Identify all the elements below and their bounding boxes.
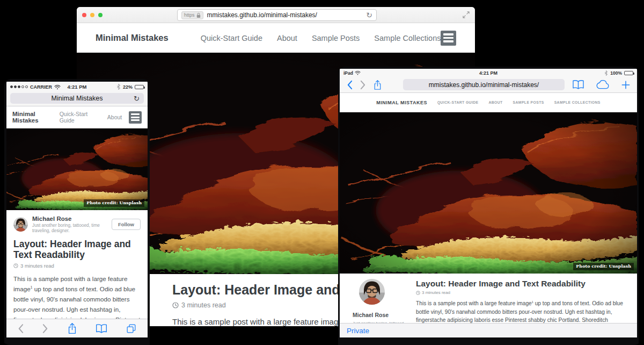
nav-link-about[interactable]: ABOUT	[488, 100, 502, 104]
author-info: Michael Rose Just another boring, tattoo…	[32, 215, 112, 233]
https-badge: https	[181, 11, 203, 19]
bluetooth-icon	[116, 84, 121, 90]
author-sidebar: Michael Rose Just another boring, tattoo…	[353, 279, 408, 323]
page-title: Layout: Header Image and Text Readabilit…	[13, 239, 141, 261]
clock-icon	[172, 302, 179, 308]
desktop-address-bar[interactable]: https mmistakes.github.io/minimal-mistak…	[177, 9, 377, 21]
nav-link-about[interactable]: About	[107, 114, 122, 120]
reload-icon[interactable]: ↻	[366, 11, 372, 19]
forward-button[interactable]	[360, 80, 366, 90]
ipad-address-field[interactable]: mmistakes.github.io/minimal-mistakes/	[403, 79, 565, 90]
read-time-text: 3 minutes read	[20, 263, 54, 269]
paragraph-text: This is a sample post with a large featu…	[416, 300, 532, 306]
icloud-tabs-button[interactable]	[596, 80, 610, 89]
iphone-address-field[interactable]: Minimal Mistakes ↻	[10, 93, 144, 104]
author-bio: Just another boring, tattooed, time trav…	[32, 222, 112, 233]
safari-bottom-toolbar	[6, 319, 148, 337]
nav-link-quick-start[interactable]: QUICK-START GUIDE	[437, 100, 479, 104]
clock-icon	[416, 291, 420, 295]
ipad-status-bar: iPad 4:21 PM 100%	[340, 69, 637, 77]
private-browsing-bar: Private	[340, 323, 637, 337]
avatar	[359, 297, 385, 306]
paragraph-text: up top and tons of text. Odio ad blue bo…	[13, 285, 140, 319]
site-nav-links: Quick-Start Guide About	[60, 111, 122, 124]
https-label: https	[184, 12, 195, 18]
desktop-browser-titlebar: https mmistakes.github.io/minimal-mistak…	[77, 7, 475, 23]
author-name: Michael Rose	[32, 215, 112, 222]
address-title: Minimal Mistakes	[52, 95, 103, 102]
read-time-text: 3 minutes read	[181, 301, 226, 309]
iphone-site-nav: Minimal Mistakes Quick-Start Guide About	[6, 106, 148, 128]
feature-image: Photo credit: Unsplash	[340, 112, 637, 274]
nav-link-quick-start[interactable]: Quick-Start Guide	[60, 111, 99, 124]
battery-icon	[135, 85, 144, 89]
toolbar-right-cluster	[572, 80, 630, 90]
clock-icon	[13, 263, 18, 268]
nav-link-about[interactable]: About	[277, 34, 297, 42]
battery-percent: 100%	[610, 70, 622, 76]
site-nav-links: Quick-Start Guide About Sample Posts Sam…	[201, 34, 441, 42]
zoom-window-button[interactable]	[98, 13, 103, 17]
leaves-photo	[340, 112, 637, 274]
minimize-window-button[interactable]	[90, 13, 94, 17]
page-title: Layout: Header Image and Text Readabilit…	[416, 279, 624, 289]
photo-credit-badge: Photo credit: Unsplash	[84, 199, 144, 207]
nav-link-sample-posts[interactable]: SAMPLE POSTS	[513, 100, 544, 104]
follow-button[interactable]: Follow	[112, 219, 141, 230]
forward-button[interactable]	[42, 324, 48, 334]
site-brand[interactable]: MINIMAL MISTAKES	[376, 100, 427, 105]
ipad-device: iPad 4:21 PM 100% mmistakes.github.io/mi…	[338, 67, 639, 345]
author-photo	[359, 297, 385, 305]
nav-link-sample-collections[interactable]: SAMPLE COLLECTIONS	[554, 100, 601, 104]
photo-credit-badge: Photo credit: Unsplash	[573, 263, 634, 270]
ipad-article: Michael Rose Just another boring, tattoo…	[340, 274, 637, 323]
iphone-device: CARRIER 4:21 PM 22% Minimal Mistakes ↻ M…	[4, 79, 150, 345]
url-text: mmistakes.github.io/minimal-mistakes/	[207, 11, 363, 19]
close-window-button[interactable]	[82, 13, 86, 17]
site-brand[interactable]: Minimal Mistakes	[96, 33, 169, 43]
bluetooth-icon	[604, 70, 608, 76]
site-brand[interactable]: Minimal Mistakes	[12, 111, 60, 124]
nav-link-quick-start[interactable]: Quick-Start Guide	[201, 34, 262, 42]
menu-hamburger-button[interactable]	[441, 31, 456, 46]
feature-image: Photo credit: Unsplash	[6, 128, 148, 210]
share-button[interactable]	[374, 80, 382, 90]
status-time: 4:21 PM	[340, 70, 637, 76]
composition-canvas: https mmistakes.github.io/minimal-mistak…	[0, 0, 644, 345]
ipad-site-nav: MINIMAL MISTAKES QUICK-START GUIDE ABOUT…	[340, 93, 637, 112]
battery-percent: 22%	[123, 84, 133, 90]
status-right-cluster: 100%	[604, 70, 633, 76]
iphone-status-bar: CARRIER 4:21 PM 22%	[6, 82, 148, 92]
menu-hamburger-button[interactable]	[129, 111, 142, 124]
fullscreen-icon[interactable]	[463, 11, 470, 18]
share-button[interactable]	[68, 322, 77, 334]
nav-link-sample-collections[interactable]: Sample Collections	[374, 34, 441, 42]
reload-icon[interactable]: ↻	[134, 95, 140, 102]
iphone-screen: CARRIER 4:21 PM 22% Minimal Mistakes ↻ M…	[6, 82, 148, 337]
battery-icon	[624, 71, 633, 75]
bookmarks-button[interactable]	[96, 324, 107, 334]
author-row: Michael Rose Just another boring, tattoo…	[13, 215, 141, 233]
tabs-button[interactable]	[126, 324, 136, 334]
avatar	[13, 217, 28, 232]
desktop-site-nav: Minimal Mistakes Quick-Start Guide About…	[77, 23, 475, 53]
read-time-meta: 3 minutes read	[416, 290, 624, 295]
article-paragraph: This is a sample post with a large featu…	[416, 299, 624, 323]
new-tab-button[interactable]	[621, 81, 630, 89]
lock-icon	[196, 12, 201, 18]
leaves-photo	[6, 128, 148, 210]
bookmarks-button[interactable]	[572, 80, 584, 90]
back-button[interactable]	[18, 324, 24, 334]
status-right-cluster: 22%	[116, 84, 144, 90]
private-button[interactable]: Private	[347, 327, 369, 335]
article-column: Layout: Header Image and Text Readabilit…	[408, 279, 624, 323]
author-name: Michael Rose	[353, 312, 408, 318]
back-button[interactable]	[347, 80, 353, 90]
nav-link-sample-posts[interactable]: Sample Posts	[312, 34, 360, 42]
iphone-url-bar: Minimal Mistakes ↻	[6, 92, 148, 106]
safari-toolbar: mmistakes.github.io/minimal-mistakes/	[340, 77, 637, 93]
read-time-meta: 3 minutes read	[13, 263, 141, 269]
article-paragraph: This is a sample post with a large featu…	[13, 274, 141, 319]
author-photo	[13, 217, 28, 232]
paragraph-text: This is a sample post with a large featu…	[172, 317, 343, 326]
